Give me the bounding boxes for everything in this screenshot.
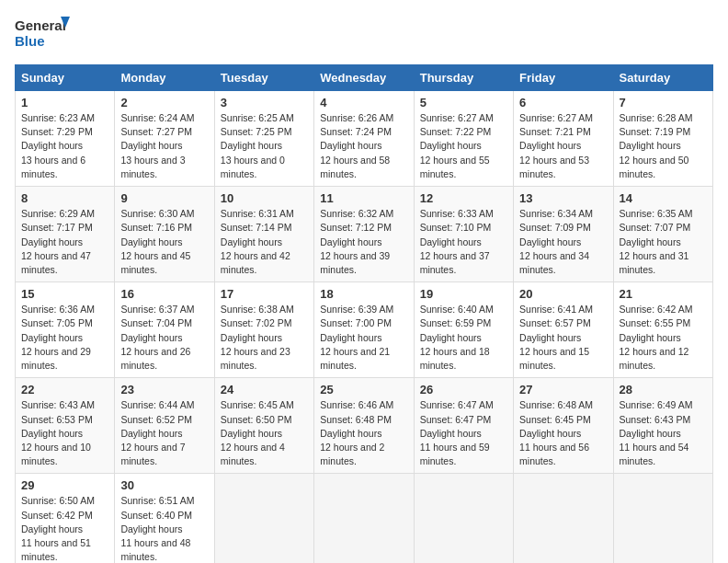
daylight-duration: 12 hours and 37 minutes.: [420, 250, 490, 275]
sunset-label: Sunset: 6:57 PM: [519, 317, 591, 328]
calendar-day-cell: 4 Sunrise: 6:26 AM Sunset: 7:24 PM Dayli…: [314, 91, 414, 187]
sunrise-label: Sunrise: 6:39 AM: [320, 304, 393, 315]
calendar-day-cell: 13 Sunrise: 6:34 AM Sunset: 7:09 PM Dayl…: [514, 187, 613, 282]
calendar-day-cell: 6 Sunrise: 6:27 AM Sunset: 7:21 PM Dayli…: [514, 91, 613, 187]
daylight-duration: 12 hours and 29 minutes.: [21, 346, 91, 371]
calendar-day-cell: 14 Sunrise: 6:35 AM Sunset: 7:07 PM Dayl…: [613, 187, 712, 282]
day-info: Sunrise: 6:27 AM Sunset: 7:21 PM Dayligh…: [519, 111, 607, 181]
calendar-week-row: 29 Sunrise: 6:50 AM Sunset: 6:42 PM Dayl…: [16, 474, 713, 563]
calendar-day-cell: 18 Sunrise: 6:39 AM Sunset: 7:00 PM Dayl…: [314, 282, 414, 378]
weekday-header: Wednesday: [314, 65, 414, 91]
calendar-day-cell: 28 Sunrise: 6:49 AM Sunset: 6:43 PM Dayl…: [613, 378, 712, 474]
day-info: Sunrise: 6:34 AM Sunset: 7:09 PM Dayligh…: [519, 207, 607, 277]
day-info: Sunrise: 6:35 AM Sunset: 7:07 PM Dayligh…: [620, 207, 707, 277]
sunrise-label: Sunrise: 6:29 AM: [21, 208, 95, 219]
daylight-duration: 12 hours and 45 minutes.: [120, 250, 190, 275]
weekday-header: Tuesday: [214, 65, 313, 91]
sunrise-label: Sunrise: 6:41 AM: [519, 304, 593, 315]
daylight-label: Daylight hours: [320, 140, 381, 151]
daylight-duration: 12 hours and 2 minutes.: [320, 442, 384, 466]
day-number: 28: [620, 383, 707, 396]
daylight-label: Daylight hours: [420, 140, 482, 151]
daylight-duration: 12 hours and 26 minutes.: [120, 346, 190, 371]
daylight-duration: 11 hours and 51 minutes.: [21, 537, 91, 562]
sunrise-label: Sunrise: 6:37 AM: [120, 304, 194, 315]
sunrise-label: Sunrise: 6:40 AM: [420, 304, 494, 315]
daylight-label: Daylight hours: [519, 428, 581, 439]
sunrise-label: Sunrise: 6:27 AM: [420, 112, 494, 123]
sunset-label: Sunset: 7:19 PM: [620, 126, 691, 137]
calendar-day-cell: 1 Sunrise: 6:23 AM Sunset: 7:29 PM Dayli…: [16, 91, 115, 187]
calendar-week-row: 1 Sunrise: 6:23 AM Sunset: 7:29 PM Dayli…: [16, 91, 713, 187]
sunset-label: Sunset: 6:50 PM: [221, 414, 292, 425]
sunrise-label: Sunrise: 6:44 AM: [120, 399, 194, 410]
day-number: 4: [320, 96, 407, 109]
sunrise-label: Sunrise: 6:45 AM: [221, 399, 294, 410]
calendar-day-cell: 25 Sunrise: 6:46 AM Sunset: 6:48 PM Dayl…: [314, 378, 414, 474]
day-number: 16: [120, 287, 208, 301]
sunrise-label: Sunrise: 6:38 AM: [221, 304, 294, 315]
calendar-day-cell: 21 Sunrise: 6:42 AM Sunset: 6:55 PM Dayl…: [613, 282, 712, 378]
sunrise-label: Sunrise: 6:25 AM: [221, 112, 294, 123]
day-number: 9: [120, 191, 208, 205]
daylight-duration: 11 hours and 54 minutes.: [620, 442, 689, 466]
sunrise-label: Sunrise: 6:31 AM: [221, 208, 294, 219]
daylight-label: Daylight hours: [420, 332, 482, 343]
daylight-duration: 12 hours and 50 minutes.: [620, 155, 689, 179]
daylight-duration: 12 hours and 58 minutes.: [320, 155, 390, 179]
weekday-header: Monday: [115, 65, 214, 91]
logo-svg: General Blue: [15, 15, 70, 53]
page-header: General Blue: [15, 15, 713, 53]
day-number: 25: [320, 383, 407, 396]
daylight-duration: 12 hours and 39 minutes.: [320, 250, 390, 275]
calendar-day-cell: 20 Sunrise: 6:41 AM Sunset: 6:57 PM Dayl…: [514, 282, 613, 378]
day-number: 11: [320, 191, 407, 205]
sunrise-label: Sunrise: 6:33 AM: [420, 208, 494, 219]
sunrise-label: Sunrise: 6:50 AM: [21, 495, 95, 506]
day-info: Sunrise: 6:43 AM Sunset: 6:53 PM Dayligh…: [21, 398, 108, 468]
daylight-label: Daylight hours: [320, 428, 381, 439]
day-number: 7: [620, 96, 707, 109]
daylight-duration: 12 hours and 18 minutes.: [420, 346, 490, 371]
daylight-label: Daylight hours: [420, 236, 482, 247]
sunset-label: Sunset: 7:04 PM: [120, 317, 192, 328]
day-info: Sunrise: 6:33 AM Sunset: 7:10 PM Dayligh…: [420, 207, 507, 277]
sunset-label: Sunset: 6:55 PM: [620, 317, 691, 328]
sunset-label: Sunset: 7:16 PM: [120, 222, 192, 233]
daylight-label: Daylight hours: [519, 140, 581, 151]
sunrise-label: Sunrise: 6:49 AM: [620, 399, 693, 410]
weekday-header: Thursday: [414, 65, 513, 91]
day-number: 5: [420, 96, 507, 109]
sunset-label: Sunset: 7:29 PM: [21, 126, 93, 137]
sunset-label: Sunset: 7:02 PM: [221, 317, 292, 328]
day-info: Sunrise: 6:42 AM Sunset: 6:55 PM Dayligh…: [620, 303, 707, 373]
day-number: 13: [519, 191, 607, 205]
sunset-label: Sunset: 6:48 PM: [320, 414, 392, 425]
daylight-label: Daylight hours: [120, 428, 182, 439]
day-number: 2: [120, 96, 208, 109]
daylight-duration: 13 hours and 6 minutes.: [21, 155, 85, 179]
sunset-label: Sunset: 7:09 PM: [519, 222, 591, 233]
daylight-duration: 12 hours and 10 minutes.: [21, 442, 91, 466]
daylight-label: Daylight hours: [21, 140, 83, 151]
sunset-label: Sunset: 7:21 PM: [519, 126, 591, 137]
daylight-label: Daylight hours: [620, 236, 681, 247]
day-info: Sunrise: 6:48 AM Sunset: 6:45 PM Dayligh…: [519, 398, 607, 468]
day-number: 19: [420, 287, 507, 301]
daylight-label: Daylight hours: [320, 332, 381, 343]
daylight-label: Daylight hours: [221, 140, 282, 151]
calendar-day-cell: 15 Sunrise: 6:36 AM Sunset: 7:05 PM Dayl…: [16, 282, 115, 378]
calendar-header-row: SundayMondayTuesdayWednesdayThursdayFrid…: [16, 65, 713, 91]
calendar-day-cell: 22 Sunrise: 6:43 AM Sunset: 6:53 PM Dayl…: [16, 378, 115, 474]
daylight-duration: 13 hours and 0 minutes.: [221, 155, 285, 179]
daylight-label: Daylight hours: [21, 428, 83, 439]
day-info: Sunrise: 6:45 AM Sunset: 6:50 PM Dayligh…: [221, 398, 308, 468]
daylight-label: Daylight hours: [519, 332, 581, 343]
daylight-duration: 11 hours and 56 minutes.: [519, 442, 589, 466]
day-number: 3: [221, 96, 308, 109]
daylight-duration: 12 hours and 4 minutes.: [221, 442, 285, 466]
calendar-day-cell: 27 Sunrise: 6:48 AM Sunset: 6:45 PM Dayl…: [514, 378, 613, 474]
sunrise-label: Sunrise: 6:26 AM: [320, 112, 393, 123]
logo: General Blue: [15, 15, 70, 53]
day-info: Sunrise: 6:24 AM Sunset: 7:27 PM Dayligh…: [120, 111, 208, 181]
